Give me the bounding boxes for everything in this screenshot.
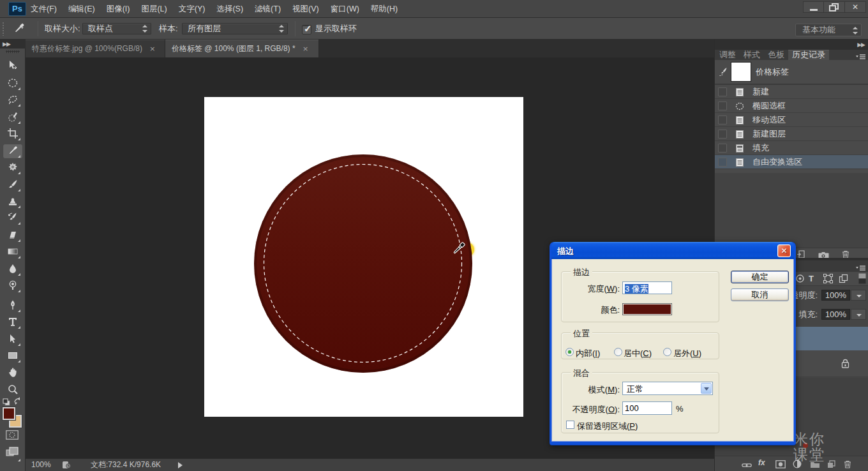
menu-item[interactable]: 文字(Y) xyxy=(179,0,206,18)
dialog-title-bar[interactable]: 描边 ✕ xyxy=(551,242,794,259)
sample-size-dropdown[interactable]: 取样点 xyxy=(82,23,151,34)
opacity-input[interactable]: 100 xyxy=(622,401,672,415)
collapse-panels-icon[interactable]: ▶▶ xyxy=(857,41,865,48)
history-source-well[interactable] xyxy=(718,116,727,124)
history-step-row[interactable]: 自由变换选区 xyxy=(715,155,868,169)
ok-button[interactable]: 确定 xyxy=(731,271,789,283)
combo-arrow-icon[interactable] xyxy=(701,383,712,394)
sample-dropdown[interactable]: 所有图层 xyxy=(182,23,288,34)
blur-tool[interactable] xyxy=(7,263,19,274)
show-ring-checkbox[interactable]: ✓ xyxy=(302,25,311,34)
history-source-well[interactable] xyxy=(718,87,727,96)
dialog-close-button[interactable]: ✕ xyxy=(777,244,791,257)
menu-item[interactable]: 滤镜(T) xyxy=(255,0,281,18)
opacity-value[interactable]: 100% xyxy=(821,290,850,301)
type-tool[interactable] xyxy=(7,316,19,327)
crop-tool[interactable] xyxy=(7,128,19,139)
restore-button[interactable] xyxy=(824,1,845,13)
history-source-well[interactable] xyxy=(718,101,727,110)
history-step-label: 填充 xyxy=(752,141,769,155)
close-button[interactable]: ✕ xyxy=(845,1,866,13)
eraser-tool[interactable] xyxy=(7,229,19,241)
tab-document-2[interactable]: 价格标签 @ 100% (图层 1, RGB/8) * × xyxy=(165,40,319,57)
swap-colors-icon[interactable] xyxy=(13,396,22,408)
gradient-tool[interactable] xyxy=(7,246,19,257)
fill-dropdown-arrow[interactable] xyxy=(851,309,866,320)
history-step-row[interactable]: 新建图层 xyxy=(715,127,868,141)
pen-tool[interactable] xyxy=(7,299,19,311)
menu-item[interactable]: 文件(F) xyxy=(31,0,57,18)
screen-mode-button[interactable] xyxy=(6,447,19,460)
history-snapshot-row[interactable]: 价格标签 xyxy=(715,60,868,84)
document-canvas[interactable] xyxy=(204,97,523,417)
history-source-well[interactable] xyxy=(718,158,727,167)
filter-toggle-icon[interactable] xyxy=(858,273,866,287)
eyedropper-tool[interactable] xyxy=(7,145,19,156)
status-arrow-icon[interactable] xyxy=(178,462,183,468)
lasso-tool[interactable] xyxy=(7,94,19,105)
history-step-row[interactable]: 填充 xyxy=(715,141,868,155)
move-tool[interactable] xyxy=(7,60,19,71)
tab-swatches[interactable]: 色板 xyxy=(768,50,784,60)
menu-item[interactable]: 帮助(H) xyxy=(371,0,398,18)
hand-tool[interactable] xyxy=(7,367,19,378)
workspace-switcher[interactable]: 基本功能 xyxy=(795,24,862,36)
opacity-dropdown-arrow[interactable] xyxy=(851,290,866,301)
panel-menu-icon[interactable] xyxy=(856,52,866,58)
menu-item[interactable]: 视图(V) xyxy=(292,0,319,18)
history-step-row[interactable]: 新建 xyxy=(715,85,868,99)
mode-dropdown[interactable]: 正常 xyxy=(622,382,713,395)
tab-close-icon[interactable]: × xyxy=(303,40,308,58)
panel-menu-icon[interactable] xyxy=(856,263,866,269)
path-selection-tool[interactable] xyxy=(7,333,19,345)
tab-history[interactable]: 历史记录 xyxy=(788,50,829,60)
cancel-button[interactable]: 取消 xyxy=(731,288,789,301)
tab-title: 特惠价标签.jpg @ 100%(RGB/8) xyxy=(32,44,142,53)
menu-item[interactable]: 图层(L) xyxy=(141,0,167,18)
fill-value[interactable]: 100% xyxy=(821,309,850,320)
history-brush-source-icon[interactable] xyxy=(719,67,728,79)
filter-smartobject-icon[interactable] xyxy=(839,274,848,286)
radio-outside[interactable] xyxy=(663,348,671,356)
radio-center[interactable] xyxy=(614,348,622,356)
history-step-row[interactable]: 移动选区 xyxy=(715,113,868,127)
history-source-well[interactable] xyxy=(718,144,727,153)
dodge-tool[interactable] xyxy=(7,280,19,291)
history-source-well[interactable] xyxy=(718,130,727,138)
layer-style-icon[interactable]: fx xyxy=(758,458,765,467)
brush-tool[interactable] xyxy=(7,179,19,190)
document-size-info[interactable]: 文档:732.4 K/976.6K xyxy=(91,459,161,471)
menu-item[interactable]: 选择(S) xyxy=(216,0,243,18)
elliptical-marquee-tool[interactable] xyxy=(7,77,19,89)
link-layers-icon[interactable] xyxy=(742,460,752,471)
quick-selection-tool[interactable] xyxy=(7,111,19,123)
history-brush-tool[interactable] xyxy=(7,212,19,223)
history-step-row[interactable]: 椭圆选框 xyxy=(715,99,868,113)
spot-healing-brush-tool[interactable] xyxy=(7,161,19,173)
zoom-tool[interactable] xyxy=(7,384,19,395)
tab-adjustments[interactable]: 调整 xyxy=(719,50,736,60)
add-mask-icon[interactable] xyxy=(775,460,786,471)
toolbar-collapse-button[interactable]: ▶▶ xyxy=(0,40,26,49)
menu-item[interactable]: 窗口(W) xyxy=(331,0,359,18)
zoom-level[interactable]: 100% xyxy=(31,459,51,471)
radio-inside[interactable] xyxy=(565,348,574,356)
rectangle-tool[interactable] xyxy=(7,350,19,361)
menu-item[interactable]: 图像(I) xyxy=(107,0,130,18)
tab-close-icon[interactable]: × xyxy=(149,40,155,58)
clone-stamp-tool[interactable] xyxy=(7,195,19,207)
quick-mask-button[interactable] xyxy=(6,430,19,442)
tab-document-1[interactable]: 特惠价标签.jpg @ 100%(RGB/8) × xyxy=(26,40,165,57)
eyedropper-preset-icon[interactable] xyxy=(11,22,28,38)
menu-item[interactable]: 编辑(E) xyxy=(68,0,95,18)
filter-type-icon[interactable]: T xyxy=(809,274,814,283)
filter-shape-icon[interactable] xyxy=(823,274,833,286)
stroke-color-swatch[interactable] xyxy=(622,303,672,315)
delete-layer-icon[interactable] xyxy=(844,460,851,471)
preserve-transparency-checkbox[interactable] xyxy=(566,421,574,429)
tab-styles[interactable]: 样式 xyxy=(744,50,760,60)
filter-pixel-icon[interactable] xyxy=(795,274,805,286)
minimize-button[interactable] xyxy=(803,1,824,13)
width-input[interactable]: 3 像素 xyxy=(622,281,672,294)
foreground-color-swatch[interactable] xyxy=(3,407,15,420)
